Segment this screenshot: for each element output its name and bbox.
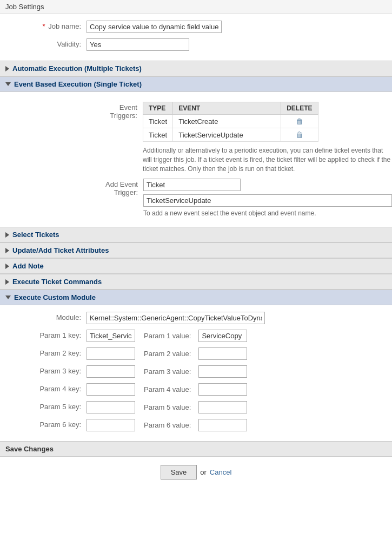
or-text: or (200, 468, 207, 476)
update-add-header[interactable]: Update/Add Ticket Attributes (0, 242, 392, 258)
type-column-header: TYPE (143, 102, 172, 115)
param-value-input-4[interactable] (198, 401, 247, 413)
module-input[interactable] (87, 312, 265, 324)
event-name-cell: TicketServiceUpdate (173, 128, 281, 142)
param-key-input-1[interactable] (87, 347, 135, 360)
save-row: Save or Cancel (0, 457, 392, 488)
execute-custom-module-header[interactable]: Execute Custom Module (0, 290, 392, 305)
expand-icon-custom (5, 296, 11, 299)
event-name-cell: TicketCreate (173, 115, 281, 128)
job-name-label: * Job name: (0, 21, 87, 30)
table-row: Ticket TicketCreate 🗑 (143, 115, 318, 128)
job-name-input[interactable] (87, 21, 222, 33)
param-row: Param 1 key: Param 1 value: (0, 329, 392, 343)
param-row: Param 5 key: Param 5 value: (0, 400, 392, 415)
event-column-header: EVENT (173, 102, 281, 115)
param-value-input-5[interactable] (198, 419, 247, 431)
param-key-label-2: Param 3 key: (0, 365, 87, 375)
event-object-input[interactable] (143, 179, 241, 191)
collapse-icon-note (5, 264, 9, 269)
event-based-execution-content: Event Triggers: TYPE EVENT DELETE Ticket… (0, 92, 392, 227)
delete-cell: 🗑 (281, 128, 318, 142)
event-triggers-label: Event Triggers: (110, 103, 137, 120)
collapse-icon-automatic (5, 66, 9, 71)
event-based-execution-label: Event Based Execution (Single Ticket) (14, 80, 142, 88)
save-changes-header: Save Changes (0, 441, 392, 457)
automatic-execution-header[interactable]: Automatic Execution (Multiple Tickets) (0, 61, 392, 76)
param-key-label-1: Param 2 key: (0, 347, 87, 357)
param-key-input-2[interactable] (87, 365, 135, 378)
param-key-input-4[interactable] (87, 401, 135, 413)
execute-custom-module-content: Module: Param 1 key: Param 1 value: Para… (0, 305, 392, 441)
param-value-input-3[interactable] (198, 383, 247, 396)
delete-cell: 🗑 (281, 115, 318, 128)
param-value-label-2: Param 3 value: (144, 367, 191, 376)
event-triggers-table: TYPE EVENT DELETE Ticket TicketCreate 🗑 … (143, 102, 318, 142)
param-key-input-5[interactable] (87, 419, 135, 431)
execute-commands-header[interactable]: Execute Ticket Commands (0, 274, 392, 290)
event-name-input[interactable] (143, 194, 392, 207)
collapse-icon-update (5, 248, 9, 253)
collapse-icon-commands (5, 279, 9, 285)
param-key-label-5: Param 6 key: (0, 419, 87, 429)
job-settings-header: Job Settings (0, 0, 392, 14)
expand-icon-event (5, 82, 11, 86)
event-type-cell: Ticket (143, 115, 172, 128)
param-value-input-2[interactable] (198, 365, 247, 378)
select-tickets-header[interactable]: Select Tickets (0, 227, 392, 242)
param-key-label-0: Param 1 key: (0, 330, 87, 339)
select-tickets-label: Select Tickets (12, 231, 59, 239)
param-row: Param 3 key: Param 3 value: (0, 364, 392, 379)
execute-commands-label: Execute Ticket Commands (12, 278, 102, 286)
param-value-label-3: Param 4 value: (144, 385, 191, 393)
event-description: Additionally or alternatively to a perio… (143, 146, 392, 173)
add-note-header[interactable]: Add Note (0, 258, 392, 274)
cancel-link[interactable]: Cancel (210, 468, 231, 476)
param-row: Param 6 key: Param 6 value: (0, 418, 392, 432)
param-value-label-5: Param 6 value: (144, 421, 191, 429)
param-value-input-0[interactable] (198, 330, 247, 342)
save-changes-label: Save Changes (5, 445, 54, 453)
event-based-execution-header[interactable]: Event Based Execution (Single Ticket) (0, 76, 392, 92)
update-add-label: Update/Add Ticket Attributes (12, 246, 109, 254)
automatic-execution-label: Automatic Execution (Multiple Tickets) (12, 64, 142, 73)
add-event-hint: To add a new event select the event obje… (143, 209, 392, 217)
param-key-label-4: Param 5 key: (0, 401, 87, 411)
required-star: * (43, 22, 45, 30)
execute-custom-module-label: Execute Custom Module (14, 293, 96, 301)
param-row: Param 4 key: Param 4 value: (0, 382, 392, 397)
validity-label: Validity: (0, 38, 87, 48)
param-value-label-0: Param 1 value: (144, 332, 191, 340)
param-row: Param 2 key: Param 2 value: (0, 346, 392, 361)
param-key-input-0[interactable] (87, 330, 135, 342)
event-type-cell: Ticket (143, 128, 172, 142)
validity-input[interactable] (87, 38, 189, 51)
delete-icon[interactable]: 🗑 (296, 130, 303, 139)
param-value-label-4: Param 5 value: (144, 403, 191, 411)
param-key-input-3[interactable] (87, 383, 135, 396)
save-button[interactable]: Save (161, 465, 197, 480)
param-key-label-3: Param 4 key: (0, 383, 87, 393)
delete-column-header: DELETE (281, 102, 318, 115)
delete-icon[interactable]: 🗑 (296, 117, 303, 126)
table-row: Ticket TicketServiceUpdate 🗑 (143, 128, 318, 142)
add-note-label: Add Note (12, 262, 44, 270)
param-value-label-1: Param 2 value: (144, 350, 191, 358)
module-label: Module: (0, 312, 87, 321)
job-settings-title: Job Settings (5, 3, 44, 11)
add-event-trigger-label: Add Event Trigger: (105, 180, 138, 196)
param-value-input-1[interactable] (198, 347, 247, 360)
collapse-icon-select (5, 232, 9, 238)
